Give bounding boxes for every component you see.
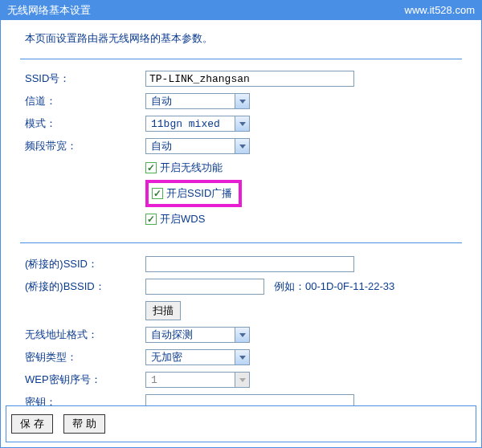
save-button[interactable]: 保 存 <box>11 414 53 434</box>
addr-format-row: 无线地址格式： 自动探测 <box>25 327 462 343</box>
check-icon: ✓ <box>147 214 155 224</box>
bandwidth-select[interactable]: 自动 <box>145 138 250 154</box>
wep-index-row: WEP密钥序号： 1 <box>25 372 462 388</box>
bssid-hint: 例如：00-1D-0F-11-22-33 <box>274 279 394 294</box>
check-icon: ✓ <box>147 163 155 173</box>
scan-row: 扫描 <box>25 301 462 320</box>
addr-format-value: 自动探测 <box>146 328 235 342</box>
key-type-row: 密钥类型： 无加密 <box>25 349 462 365</box>
bridge-bssid-input[interactable] <box>145 279 264 295</box>
dropdown-icon <box>235 373 249 387</box>
bridge-ssid-input[interactable] <box>145 256 354 272</box>
scan-button[interactable]: 扫描 <box>145 301 181 320</box>
page-description: 本页面设置路由器无线网络的基本参数。 <box>20 31 462 46</box>
bandwidth-row: 频段带宽： 自动 <box>25 138 462 154</box>
wireless-checkbox[interactable]: ✓ <box>145 162 157 173</box>
dropdown-icon <box>235 328 249 342</box>
mode-select[interactable]: 11bgn mixed <box>145 116 250 132</box>
wep-index-label: WEP密钥序号： <box>25 373 145 387</box>
wds-checkbox-row: ✓ 开启WDS <box>145 212 462 226</box>
bridge-section: (桥接的)SSID： (桥接的)BSSID： 例如：00-1D-0F-11-22… <box>20 243 462 430</box>
content-area: 本页面设置路由器无线网络的基本参数。 SSID号： 信道： 自动 模式： <box>1 20 481 430</box>
bandwidth-label: 频段带宽： <box>25 139 145 153</box>
bridge-bssid-row: (桥接的)BSSID： 例如：00-1D-0F-11-22-33 <box>25 279 462 295</box>
wds-checkbox-label: 开启WDS <box>160 212 205 226</box>
channel-row: 信道： 自动 <box>25 93 462 109</box>
titlebar: 无线网络基本设置 www.it528.com <box>1 1 481 20</box>
ssid-label: SSID号： <box>25 71 145 86</box>
bridge-bssid-label: (桥接的)BSSID： <box>25 279 145 294</box>
watermark-url: www.it528.com <box>405 1 475 20</box>
wep-index-select: 1 <box>145 372 250 388</box>
dropdown-icon <box>235 94 249 108</box>
highlight-box: ✓ 开启SSID广播 <box>145 180 242 207</box>
mode-row: 模式： 11bgn mixed <box>25 116 462 132</box>
ssid-broadcast-row: ✓ 开启SSID广播 <box>145 180 462 207</box>
basic-section: SSID号： 信道： 自动 模式： 11bgn mixe <box>20 59 462 243</box>
wds-checkbox[interactable]: ✓ <box>145 214 157 225</box>
ssid-input[interactable] <box>145 71 354 87</box>
mode-value: 11bgn mixed <box>146 116 235 131</box>
channel-select[interactable]: 自动 <box>145 93 250 109</box>
bridge-ssid-row: (桥接的)SSID： <box>25 256 462 272</box>
key-type-label: 密钥类型： <box>25 350 145 365</box>
dropdown-icon <box>235 350 249 365</box>
settings-window: 无线网络基本设置 www.it528.com 本页面设置路由器无线网络的基本参数… <box>0 0 482 448</box>
channel-value: 自动 <box>146 94 235 108</box>
bandwidth-value: 自动 <box>146 139 235 153</box>
channel-label: 信道： <box>25 94 145 108</box>
wireless-checkbox-label: 开启无线功能 <box>160 161 223 175</box>
footer: 保 存 帮 助 <box>6 405 476 442</box>
ssid-broadcast-checkbox[interactable]: ✓ <box>152 188 163 199</box>
key-type-select[interactable]: 无加密 <box>145 349 250 365</box>
wep-index-value: 1 <box>146 373 235 387</box>
check-icon: ✓ <box>153 189 161 198</box>
window-title: 无线网络基本设置 <box>7 1 91 20</box>
addr-format-label: 无线地址格式： <box>25 328 145 342</box>
ssid-broadcast-label: 开启SSID广播 <box>166 186 232 201</box>
dropdown-icon <box>235 116 249 131</box>
ssid-row: SSID号： <box>25 71 462 87</box>
wireless-checkbox-row: ✓ 开启无线功能 <box>145 161 462 175</box>
addr-format-select[interactable]: 自动探测 <box>145 327 250 343</box>
bridge-ssid-label: (桥接的)SSID： <box>25 257 145 271</box>
mode-label: 模式： <box>25 116 145 131</box>
help-button[interactable]: 帮 助 <box>63 414 105 434</box>
dropdown-icon <box>235 139 249 153</box>
key-type-value: 无加密 <box>146 350 235 365</box>
